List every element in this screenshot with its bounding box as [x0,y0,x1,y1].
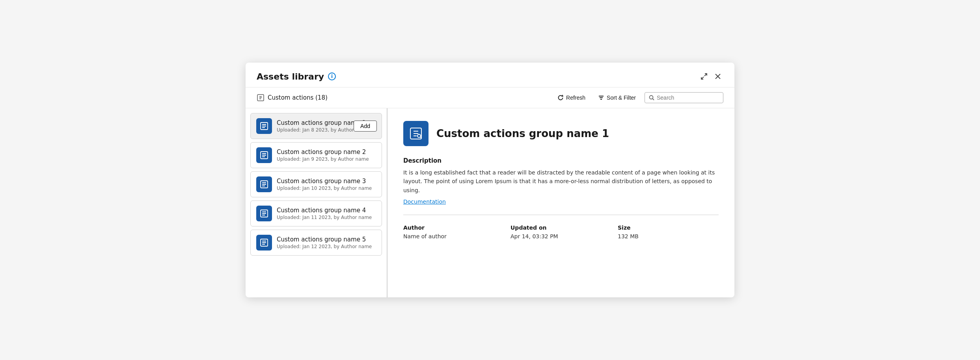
refresh-button[interactable]: Refresh [553,92,589,103]
list-item-meta: Uploaded: Jan 9 2023, by Author name [277,156,376,162]
author-value: Name of author [403,233,504,239]
detail-header: Custom actions group name 1 [403,121,719,146]
header-actions [698,71,723,82]
list-item-icon [256,176,272,192]
updated-column: Updated on Apr 14, 03:32 PM [510,225,611,239]
toolbar-right: Refresh Sort & Filter [553,92,723,103]
documentation-link[interactable]: Documentation [403,199,446,205]
size-value: 132 MB [618,233,719,239]
svg-point-16 [417,134,421,137]
list-item-icon [256,235,272,251]
list-item[interactable]: Custom actions group name 4Uploaded: Jan… [250,200,382,226]
list-item-name: Custom actions group name 2 [277,148,376,156]
list-item-name: Custom actions group name 3 [277,178,376,185]
list-item-text: Custom actions group name 2Uploaded: Jan… [277,148,376,162]
assets-library-panel: Assets library i [246,63,734,297]
refresh-label: Refresh [566,95,585,101]
list-item-meta: Uploaded: Jan 11 2023, by Author name [277,215,376,220]
list-item-icon [256,118,272,134]
updated-value: Apr 14, 03:32 PM [510,233,611,239]
detail-icon [403,121,429,146]
list-item[interactable]: Custom actions group name 5Uploaded: Jan… [250,230,382,256]
panel-header: Assets library i [246,63,734,87]
detail-divider [403,215,719,215]
author-column: Author Name of author [403,225,504,239]
size-label: Size [618,225,719,231]
updated-label: Updated on [510,225,611,231]
author-label: Author [403,225,504,231]
sort-filter-label: Sort & Filter [607,95,636,101]
custom-actions-count: Custom actions (18) [268,94,328,101]
svg-line-9 [653,99,654,100]
list-item-text: Custom actions group name 4Uploaded: Jan… [277,207,376,220]
search-input[interactable] [657,95,719,101]
search-icon [649,95,654,100]
description-label: Description [403,157,719,164]
list-item[interactable]: Custom actions group name 1Uploaded: Jan… [250,113,382,139]
detail-panel: Custom actions group name 1 Description … [388,108,734,297]
expand-button[interactable] [698,71,710,82]
toolbar: Custom actions (18) Refresh Sort & Filte… [246,87,734,108]
title-area: Assets library i [257,72,336,82]
list-item-meta: Uploaded: Jan 12 2023, by Author name [277,244,376,249]
list-item[interactable]: Custom actions group name 3Uploaded: Jan… [250,171,382,197]
detail-title: Custom actions group name 1 [436,128,609,139]
list-item-name: Custom actions group name 4 [277,207,376,214]
detail-meta-grid: Author Name of author Updated on Apr 14,… [403,225,719,239]
info-icon[interactable]: i [328,72,336,80]
list-item-text: Custom actions group name 5Uploaded: Jan… [277,236,376,249]
list-item-icon [256,147,272,163]
svg-point-8 [650,96,653,99]
custom-actions-label: Custom actions (18) [257,94,547,102]
list-item-text: Custom actions group name 3Uploaded: Jan… [277,178,376,191]
size-column: Size 132 MB [618,225,719,239]
list-item-name: Custom actions group name 5 [277,236,376,243]
panel-title: Assets library [257,72,324,82]
search-box[interactable] [645,92,723,103]
main-content: Custom actions group name 1Uploaded: Jan… [246,108,734,297]
add-button[interactable]: Add [354,121,377,132]
list-item-icon [256,206,272,221]
close-button[interactable] [712,71,723,82]
list-panel: Custom actions group name 1Uploaded: Jan… [246,108,388,297]
detail-description: It is a long established fact that a rea… [403,168,719,195]
sort-filter-button[interactable]: Sort & Filter [594,92,640,103]
list-item-meta: Uploaded: Jan 10 2023, by Author name [277,186,376,191]
list-item[interactable]: Custom actions group name 2Uploaded: Jan… [250,142,382,168]
